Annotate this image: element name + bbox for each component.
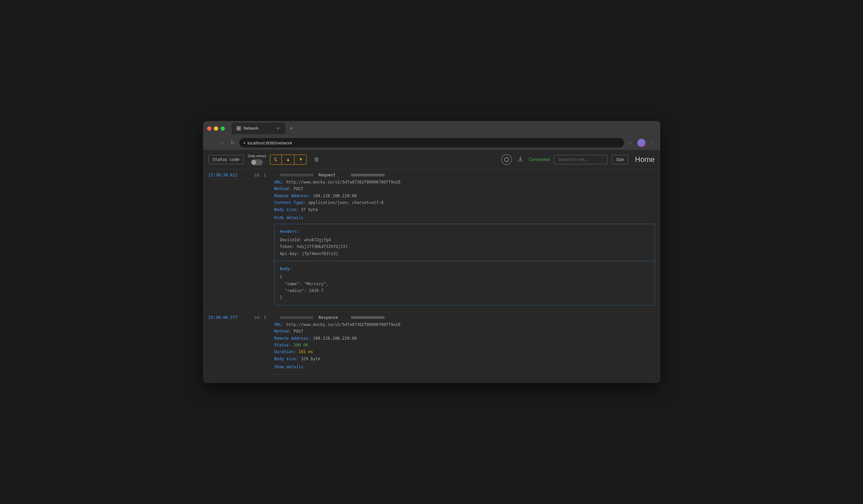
navigation-controls: ⇅ ▲ ▼: [270, 155, 307, 165]
url-value-response: http://www.mocky.io/v2/5dfa87362f0000670…: [286, 322, 401, 327]
headers-content: DeviceId: whs672gjfg4 Token: hdsjJ7f3Hkd…: [280, 236, 649, 257]
browser-window: Network ✕ + ← → ↻ ● localhost:8080/netwo…: [203, 121, 660, 383]
menu-icon[interactable]: ⋮: [648, 139, 656, 147]
body-size-label-response: Body size:: [274, 357, 299, 361]
content-type-label-request: Content-Type:: [274, 200, 306, 205]
body-open-brace: {: [280, 273, 649, 280]
timestamp-request: 23:30:39.621: [209, 173, 249, 177]
response-url-row: URL: http://www.mocky.io/v2/5dfa87362f00…: [274, 321, 655, 328]
tab-title: Network: [244, 126, 273, 131]
response-status-row: Status: 200 OK: [274, 342, 655, 348]
remote-value-response: 108.128.200.220:80: [313, 336, 357, 341]
star-icon[interactable]: ☆: [627, 139, 635, 147]
minimize-traffic-light[interactable]: [214, 126, 218, 131]
show-details-button[interactable]: Show details: [274, 364, 303, 370]
entry-id-request: id: 1: [254, 173, 274, 177]
method-label-response: Method:: [274, 329, 291, 334]
duration-value-response: 165 ms: [299, 349, 313, 354]
request-remote-row: Remote Address: 108.128.200.220:80: [274, 193, 655, 199]
search-input[interactable]: [554, 155, 608, 164]
nav-up-button[interactable]: ▲: [283, 155, 293, 164]
status-code-button[interactable]: Status code: [209, 155, 244, 164]
nav-sep-2: [294, 155, 295, 164]
duration-label-response: Duration:: [274, 349, 296, 354]
method-value-response: POST: [293, 329, 303, 334]
svg-point-0: [237, 127, 240, 130]
body-size-value-response: 329 byte: [301, 357, 321, 361]
body-name-field: "name": "Mercury",: [280, 281, 649, 287]
nav-sep-1: [282, 155, 282, 164]
body-content: { "name": "Mercury", "radius": 2439.7 }: [280, 273, 649, 301]
only-errors-toggle[interactable]: [251, 159, 263, 165]
download-button[interactable]: [516, 155, 525, 165]
entry-type-response: Response: [319, 315, 346, 320]
reload-button[interactable]: ↻: [229, 139, 237, 147]
address-bar-actions: ☆ ⋮: [627, 139, 656, 147]
profile-avatar[interactable]: [637, 139, 646, 147]
title-bar: Network ✕ +: [203, 121, 660, 136]
tab-area: Network ✕ +: [232, 122, 656, 134]
request-details: URL: http://www.mocky.io/v2/5dfa87362f00…: [274, 179, 655, 221]
log-entry-request: 23:30:39.621 id: 1 Request URL: http://w…: [203, 169, 660, 312]
download-icon: [517, 156, 523, 162]
delete-button[interactable]: 🗑: [311, 155, 323, 165]
record-icon: [504, 157, 509, 162]
request-details-panel: Headers: DeviceId: whs672gjfg4 Token: hd…: [274, 224, 655, 306]
entry-bar-right-request: [351, 174, 385, 177]
response-remote-row: Remote Address: 108.128.200.220:80: [274, 335, 655, 342]
record-button[interactable]: [501, 154, 512, 165]
sort-button[interactable]: ⇅: [270, 155, 281, 164]
headers-section: Headers: DeviceId: whs672gjfg4 Token: hd…: [275, 224, 654, 261]
timestamp-response: 23:30:40.377: [209, 315, 249, 320]
tab-close-button[interactable]: ✕: [276, 126, 281, 131]
method-value-request: POST: [293, 186, 303, 191]
url-bar[interactable]: ● localhost:8080/network: [239, 138, 624, 147]
header-device-id: DeviceId: whs672gjfg4: [280, 236, 649, 243]
home-label: Home: [635, 155, 655, 164]
log-entry-response: 23:30:40.377 id: 1 Response URL: http://…: [203, 312, 660, 374]
url-label-request: URL:: [274, 180, 284, 184]
maximize-traffic-light[interactable]: [221, 126, 225, 131]
request-body-size-row: Body size: 37 byte: [274, 206, 655, 213]
content-type-value-request: application/json; charset=utf-8: [308, 200, 384, 205]
body-close-brace: }: [280, 294, 649, 301]
active-tab[interactable]: Network ✕: [232, 122, 285, 134]
response-method-row: Method: POST: [274, 328, 655, 335]
close-traffic-light[interactable]: [207, 126, 211, 131]
hide-details-button[interactable]: Hide details: [274, 215, 303, 221]
remote-label-request: Remote Address:: [274, 194, 311, 198]
remote-value-request: 108.128.200.220:80: [313, 194, 357, 198]
url-value-request: http://www.mocky.io/v2/5dfa87362f0000670…: [286, 180, 401, 184]
remote-label-response: Remote Address:: [274, 336, 311, 341]
entry-type-request: Request: [319, 173, 346, 177]
header-api-key: Api-key: jfp74mvnf83ls3j: [280, 250, 649, 257]
log-entry-header-request: 23:30:39.621 id: 1 Request: [209, 173, 655, 177]
request-content-type-row: Content-Type: application/json; charset=…: [274, 199, 655, 206]
svg-point-1: [505, 158, 509, 161]
forward-button[interactable]: →: [218, 139, 226, 147]
address-bar: ← → ↻ ● localhost:8080/network ☆ ⋮: [203, 136, 660, 150]
status-label-response: Status:: [274, 343, 291, 347]
headers-label: Headers:: [280, 228, 649, 235]
response-duration-row: Duration: 165 ms: [274, 348, 655, 355]
body-size-label-request: Body size:: [274, 207, 299, 212]
only-errors-label: Only errors: [248, 154, 266, 158]
entry-bar-right-response: [351, 316, 385, 319]
new-tab-button[interactable]: +: [287, 124, 296, 133]
entry-id-response: id: 1: [254, 315, 274, 320]
nav-down-button[interactable]: ▼: [295, 155, 306, 164]
request-url-row: URL: http://www.mocky.io/v2/5dfa87362f00…: [274, 179, 655, 185]
back-button[interactable]: ←: [207, 139, 215, 147]
content-area: 23:30:39.621 id: 1 Request URL: http://w…: [203, 169, 660, 383]
connected-status: Connected: [529, 157, 550, 162]
size-button[interactable]: Size: [612, 155, 628, 164]
entry-bar-left-response: [280, 316, 313, 319]
log-entry-header-response: 23:30:40.377 id: 1 Response: [209, 315, 655, 320]
toolbar: Status code Only errors ⇅ ▲ ▼ 🗑 Connecte…: [203, 150, 660, 169]
response-body-size-row: Body size: 329 byte: [274, 356, 655, 362]
url-text: localhost:8080/network: [248, 140, 292, 145]
response-details: URL: http://www.mocky.io/v2/5dfa87362f00…: [274, 321, 655, 371]
entry-bar-left-request: [280, 174, 313, 177]
only-errors-section: Only errors: [248, 154, 266, 165]
tab-favicon: [236, 126, 241, 131]
